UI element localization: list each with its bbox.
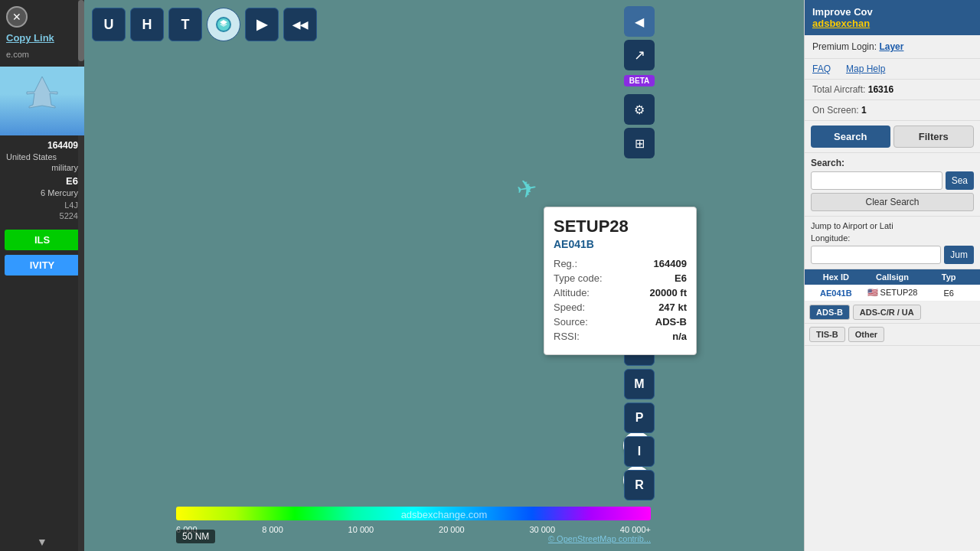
close-icon: ✕ — [12, 11, 21, 23]
map-attribution: © OpenStreetMap contrib... — [548, 534, 651, 543]
header-improve-text: Improve Cov — [812, 6, 873, 18]
table-callsign: SETUP28 — [880, 288, 918, 297]
col-type: Typ — [922, 272, 975, 282]
airport-value: L4J — [6, 201, 78, 210]
alt-label-3: 20 000 — [439, 525, 465, 534]
right-panel: Improve Cov adsbexchan Premium Login: La… — [804, 0, 980, 551]
on-screen-value: 1 — [861, 105, 867, 116]
search-input[interactable] — [811, 171, 942, 190]
typecode-popup-label: Type code: — [554, 272, 603, 284]
gear-icon: ⚙ — [634, 103, 645, 117]
btn-u[interactable]: U — [92, 8, 126, 41]
source-adsc[interactable]: ADS-C/R / UA — [853, 305, 921, 320]
jump-label: Jump to Airport or Lati — [811, 221, 974, 230]
adsbexchange-logo: adsbexchange.com — [401, 509, 488, 520]
altitude-labels: 6 000 8 000 10 000 20 000 30 000 40 000+ — [176, 525, 651, 534]
sidebar-scroll-thumb — [78, 0, 84, 61]
source-row-1: ADS-B ADS-C/R / UA — [805, 302, 980, 324]
popup-hexid: AE041B — [554, 238, 687, 250]
popup-callsign: SETUP28 — [554, 217, 687, 236]
openstreetmap-link[interactable]: © OpenStreetMap contrib... — [548, 534, 651, 543]
copy-link-button[interactable]: Copy Link — [0, 28, 84, 48]
table-row[interactable]: AE041B 🇺🇸 SETUP28 E6 — [805, 285, 980, 302]
beta-badge: BETA — [624, 75, 655, 86]
on-screen-row: On Screen: 1 — [805, 100, 980, 121]
map-help-link[interactable]: Map Help — [846, 64, 885, 74]
search-input-row: Sea — [811, 171, 974, 190]
btn-h[interactable]: H — [130, 8, 164, 41]
search-label: Search: — [811, 158, 974, 168]
aircraft-image — [0, 67, 84, 135]
flag-icon: 🇺🇸 — [867, 288, 878, 297]
rssi-popup-label: RSSI: — [554, 331, 580, 342]
name-value: 6 Mercury — [6, 188, 78, 197]
settings-button[interactable]: ⚙ — [624, 94, 655, 125]
layers-button[interactable] — [207, 8, 240, 41]
jump-section: Jump to Airport or Lati Longitude: Jum — [805, 217, 980, 269]
nav-i-button[interactable]: I — [624, 436, 655, 467]
aircraft-details: 164409 United States military E6 6 Mercu… — [0, 135, 84, 227]
search-section: Search: Sea Clear Search — [805, 153, 980, 217]
jump-input[interactable] — [811, 246, 941, 264]
nav-m-button[interactable]: M — [624, 369, 655, 399]
col-callsign: Callsign — [866, 272, 920, 282]
alt-popup-value: 20000 ft — [650, 287, 687, 298]
stats-button[interactable]: ⊞ — [624, 128, 655, 158]
longitude-label: Longitude: — [811, 233, 974, 243]
btn-t[interactable]: T — [168, 8, 202, 41]
source-adsb[interactable]: ADS-B — [809, 305, 850, 320]
activity-button[interactable]: IVITY — [5, 255, 80, 276]
header-adsb-link[interactable]: adsbexchan — [812, 18, 870, 29]
faq-row: FAQ Map Help — [805, 59, 980, 80]
map-area[interactable]: U H T ▶ ◀◀ ◀ ↗ BETA ⚙ ⊞ ✈ SETUP28 AE041B… — [84, 0, 804, 551]
prev-arrow-button[interactable]: ◀◀ — [283, 8, 317, 41]
nav-r-button[interactable]: R — [624, 470, 655, 500]
faq-link[interactable]: FAQ — [812, 64, 831, 74]
msn-value: 5224 — [6, 211, 78, 220]
next-arrow-button[interactable]: ▶ — [245, 8, 279, 41]
source-other[interactable]: Other — [848, 327, 884, 342]
nav-p-button[interactable]: P — [624, 403, 655, 433]
speed-popup-value: 247 kt — [658, 302, 687, 313]
filters-tab-button[interactable]: Filters — [893, 126, 975, 148]
top-toolbar: U H T ▶ ◀◀ — [92, 8, 317, 41]
scale-badge: 50 NM — [176, 530, 215, 543]
aircraft-marker[interactable]: ✈ — [514, 173, 540, 205]
table-header: Hex ID Callsign Typ — [805, 269, 980, 285]
alt-label-1: 8 000 — [262, 525, 283, 534]
alt-label-2: 10 000 — [348, 525, 374, 534]
left-sidebar: ✕ Copy Link e.com 164409 United States m… — [0, 0, 84, 551]
right-panel-header: Improve Cov adsbexchan — [805, 0, 980, 35]
country-value: United States — [6, 152, 57, 161]
right-nav-buttons: ◀ ↗ BETA ⚙ ⊞ — [624, 0, 655, 158]
reg-value: 164409 — [47, 140, 78, 151]
source-row-2: TIS-B Other — [805, 324, 980, 346]
typecode-popup-value: E6 — [675, 272, 687, 284]
search-go-button[interactable]: Sea — [946, 171, 974, 190]
speed-popup-label: Speed: — [554, 302, 585, 313]
total-aircraft-value: 16316 — [868, 84, 893, 95]
category-value: military — [6, 163, 78, 172]
table-type: E6 — [922, 289, 975, 298]
close-button[interactable]: ✕ — [6, 6, 28, 28]
jump-button[interactable]: Jum — [944, 246, 974, 264]
nav-back-button[interactable]: ◀ — [624, 6, 655, 37]
clear-search-button[interactable]: Clear Search — [811, 193, 974, 211]
search-tab-button[interactable]: Search — [811, 126, 890, 148]
table-flag: 🇺🇸 SETUP28 — [866, 288, 920, 298]
col-hexid: Hex ID — [809, 272, 863, 282]
scroll-down-arrow[interactable]: ▼ — [37, 536, 47, 548]
alt-popup-label: Altitude: — [554, 287, 590, 298]
details-button[interactable]: ILS — [5, 230, 80, 250]
sidebar-url: e.com — [0, 48, 84, 60]
nav-login-button[interactable]: ↗ — [624, 40, 655, 70]
alt-label-4: 30 000 — [529, 525, 555, 534]
premium-link[interactable]: Layer — [879, 41, 903, 52]
premium-text: Premium Login: — [812, 41, 877, 52]
total-aircraft-label: Total Aircraft: — [812, 84, 865, 95]
rssi-popup-value: n/a — [672, 331, 687, 342]
source-popup-label: Source: — [554, 316, 588, 328]
reg-popup-label: Reg.: — [554, 258, 577, 269]
source-tisb[interactable]: TIS-B — [809, 327, 845, 342]
login-icon: ↗ — [634, 47, 645, 64]
